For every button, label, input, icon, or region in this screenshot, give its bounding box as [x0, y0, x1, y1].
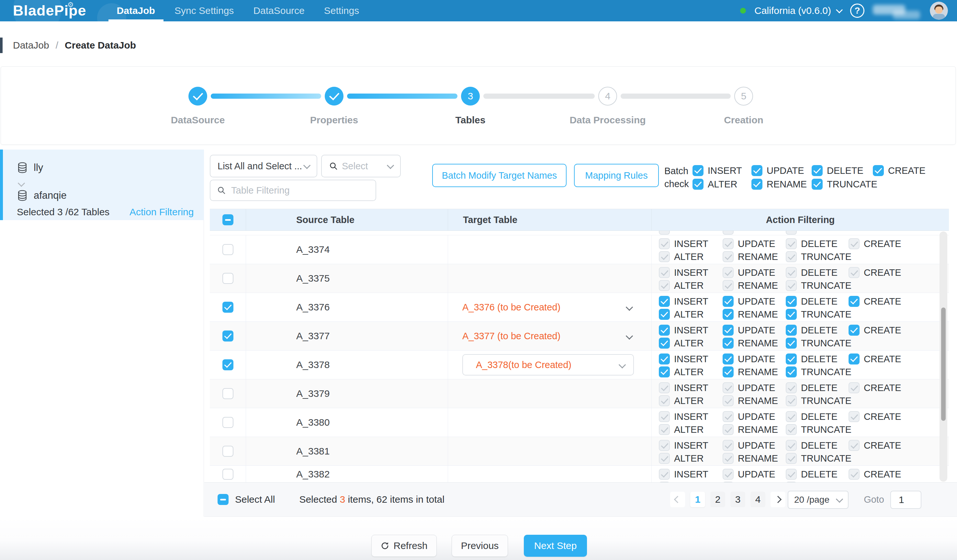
action-checkbox-update[interactable]	[723, 296, 734, 307]
action-checkbox-rename[interactable]	[723, 309, 734, 320]
user-avatar[interactable]	[930, 2, 948, 20]
action-checkbox-truncate[interactable]	[786, 309, 797, 320]
action-filter-item: UPDATE	[723, 382, 775, 393]
batch-checkbox-create[interactable]	[873, 165, 884, 176]
action-filter-item: TRUNCATE	[786, 251, 851, 262]
page-button-4[interactable]: 4	[750, 492, 765, 507]
action-filtering-link[interactable]: Action Filtering	[129, 207, 194, 218]
action-checkbox-rename	[723, 251, 734, 262]
batch-modify-target-names-button[interactable]: Batch Modify Target Names	[432, 164, 567, 187]
action-checkbox-alter	[659, 424, 670, 435]
batch-checkbox-truncate[interactable]	[812, 179, 823, 190]
action-checkbox-insert	[659, 238, 670, 249]
action-checkbox-create[interactable]	[848, 325, 859, 336]
action-checkbox-rename	[723, 280, 734, 291]
action-filter-item: RENAME	[723, 453, 778, 464]
cluster-selector[interactable]: California (v0.6.0)	[754, 5, 842, 16]
page-button-2[interactable]: 2	[710, 492, 725, 507]
mapping-rules-button[interactable]: Mapping Rules	[574, 164, 659, 187]
source-table-name: A_3382	[296, 469, 330, 480]
datasource-pair-item[interactable]: lly afanqie Selected 3 /62 Tables Action…	[0, 150, 204, 220]
step-label-data-processing: Data Processing	[570, 115, 646, 126]
action-checkbox-truncate[interactable]	[786, 366, 797, 377]
action-checkbox-delete[interactable]	[786, 353, 797, 364]
batch-check-label: Batch check	[664, 164, 689, 190]
select-all-checkbox[interactable]	[218, 494, 229, 505]
chevron-down-icon[interactable]	[626, 333, 633, 340]
help-icon[interactable]: ?	[850, 3, 864, 18]
table-filter-input[interactable]	[231, 185, 369, 196]
action-checkbox-delete[interactable]	[786, 296, 797, 307]
page-button-3[interactable]: 3	[730, 492, 745, 507]
row-checkbox[interactable]	[223, 359, 234, 370]
top-navbar: BladePipe ⚙ DataJob Sync Settings DataSo…	[0, 0, 957, 21]
action-checkbox-rename	[723, 424, 734, 435]
action-checkbox-truncate[interactable]	[786, 338, 797, 349]
action-checkbox-create	[848, 382, 859, 393]
goto-page-input[interactable]	[890, 491, 921, 509]
row-checkbox[interactable]	[223, 469, 234, 480]
batch-checkbox-alter[interactable]	[693, 179, 703, 190]
action-filter-item: RENAME	[723, 366, 778, 377]
nav-item-sync-settings[interactable]: Sync Settings	[165, 0, 243, 21]
previous-button[interactable]: Previous	[452, 535, 508, 557]
chevron-down-icon	[836, 495, 843, 503]
step-label-creation: Creation	[724, 115, 763, 126]
action-filter-item: UPDATE	[723, 469, 775, 480]
target-table-name[interactable]: A_3376 (to be Created)	[462, 302, 561, 313]
action-checkbox-create[interactable]	[848, 296, 859, 307]
nav-right-cluster: California (v0.6.0) ?	[740, 2, 948, 20]
action-checkbox-update[interactable]	[723, 353, 734, 364]
action-filter-item: RENAME	[723, 424, 778, 435]
action-filter-item: CREATE	[848, 382, 901, 393]
action-checkbox-rename[interactable]	[723, 338, 734, 349]
action-checkbox-alter[interactable]	[659, 366, 670, 377]
action-filter-item: TRUNCATE	[786, 280, 851, 291]
action-checkbox-update	[723, 267, 734, 278]
action-checkbox-insert[interactable]	[659, 353, 670, 364]
row-checkbox[interactable]	[223, 302, 234, 313]
action-checkbox-update[interactable]	[723, 325, 734, 336]
action-filter-item: CREATE	[848, 267, 901, 278]
action-filter-item: ALTER	[659, 338, 703, 349]
action-filter-item: TRUNCATE	[786, 395, 851, 406]
breadcrumb-parent[interactable]: DataJob	[13, 40, 49, 51]
selected-indicator-bar	[0, 150, 3, 220]
action-checkbox-insert[interactable]	[659, 325, 670, 336]
next-page-button[interactable]	[771, 492, 785, 507]
row-checkbox[interactable]	[223, 417, 234, 428]
check-icon	[329, 90, 339, 100]
page-size-select[interactable]: 20 /page	[788, 491, 848, 509]
target-table-select[interactable]: A_3378(to be Created)	[462, 354, 634, 375]
list-mode-dropdown[interactable]: List All and Select ...	[210, 155, 317, 177]
action-filter-item: DELETE	[786, 353, 837, 364]
batch-checkbox-delete[interactable]	[812, 165, 823, 176]
batch-checkbox-update[interactable]	[752, 165, 763, 176]
nav-item-settings[interactable]: Settings	[314, 0, 369, 21]
nav-item-datasource[interactable]: DataSource	[243, 0, 314, 21]
page-button-1[interactable]: 1	[690, 492, 705, 507]
action-checkbox-delete[interactable]	[786, 325, 797, 336]
action-checkbox-rename[interactable]	[723, 366, 734, 377]
prev-page-button[interactable]	[670, 492, 685, 507]
row-checkbox[interactable]	[223, 446, 234, 457]
refresh-button[interactable]: Refresh	[371, 535, 437, 557]
row-checkbox[interactable]	[223, 388, 234, 399]
action-checkbox-create[interactable]	[848, 353, 859, 364]
action-checkbox-alter[interactable]	[659, 309, 670, 320]
action-checkbox-alter[interactable]	[659, 338, 670, 349]
row-checkbox[interactable]	[223, 331, 234, 341]
nav-item-datajob[interactable]: DataJob	[107, 0, 165, 21]
action-checkbox-insert[interactable]	[659, 296, 670, 307]
batch-checkbox-insert[interactable]	[693, 165, 703, 176]
select-all-header-checkbox[interactable]	[223, 214, 234, 225]
step-circle-datasource	[188, 87, 207, 106]
row-checkbox[interactable]	[223, 273, 234, 284]
target-table-name[interactable]: A_3377 (to be Created)	[462, 331, 561, 341]
chevron-down-icon[interactable]	[626, 304, 633, 311]
row-checkbox[interactable]	[223, 244, 234, 255]
batch-checkbox-rename[interactable]	[752, 179, 763, 190]
table-scrollbar-thumb[interactable]	[941, 308, 946, 421]
next-step-button[interactable]: Next Step	[524, 535, 587, 557]
table-select-dropdown[interactable]: Select	[321, 155, 401, 177]
